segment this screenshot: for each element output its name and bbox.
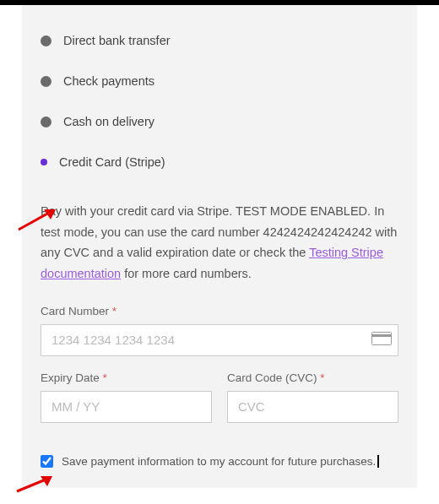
payment-option-label: Direct bank transfer xyxy=(63,34,171,47)
svg-rect-1 xyxy=(371,334,392,337)
payment-panel: Direct bank transfer Check payments Cash… xyxy=(22,5,417,488)
payment-option-cod[interactable]: Cash on delivery xyxy=(41,101,398,142)
radio-icon xyxy=(41,117,51,127)
payment-option-label: Credit Card (Stripe) xyxy=(59,155,165,169)
cvc-input[interactable] xyxy=(227,391,398,423)
card-number-input[interactable] xyxy=(41,324,398,356)
stripe-description: Pay with your credit card via Stripe. TE… xyxy=(41,201,398,285)
expiry-field: Expiry Date * xyxy=(41,371,212,423)
label-text: Card Code (CVC) xyxy=(227,371,317,384)
radio-icon xyxy=(41,35,51,46)
radio-selected-icon xyxy=(41,159,47,165)
svg-rect-0 xyxy=(372,332,392,344)
required-icon: * xyxy=(112,305,117,317)
save-payment-row: Save payment information to my account f… xyxy=(41,455,398,468)
save-payment-checkbox[interactable] xyxy=(41,455,53,468)
payment-option-label: Cash on delivery xyxy=(63,115,154,128)
desc-text: for more card numbers. xyxy=(121,267,252,280)
payment-option-bank[interactable]: Direct bank transfer xyxy=(41,20,398,61)
radio-icon xyxy=(41,76,51,87)
payment-option-check[interactable]: Check payments xyxy=(41,61,398,101)
payment-option-stripe[interactable]: Credit Card (Stripe) xyxy=(41,142,398,182)
required-icon: * xyxy=(320,371,324,384)
expiry-label: Expiry Date * xyxy=(41,371,212,384)
label-text: Expiry Date xyxy=(41,371,100,384)
required-icon: * xyxy=(103,371,107,384)
expiry-input[interactable] xyxy=(41,391,212,423)
cvc-label: Card Code (CVC) * xyxy=(227,371,398,384)
text-cursor-icon xyxy=(377,455,379,468)
credit-card-icon xyxy=(371,332,392,349)
label-text: Card Number xyxy=(41,305,109,317)
card-number-field: Card Number * xyxy=(41,305,398,356)
card-number-label: Card Number * xyxy=(41,305,398,317)
cvc-field: Card Code (CVC) * xyxy=(227,371,398,423)
payment-option-label: Check payments xyxy=(63,74,154,88)
save-payment-label: Save payment information to my account f… xyxy=(62,455,376,468)
